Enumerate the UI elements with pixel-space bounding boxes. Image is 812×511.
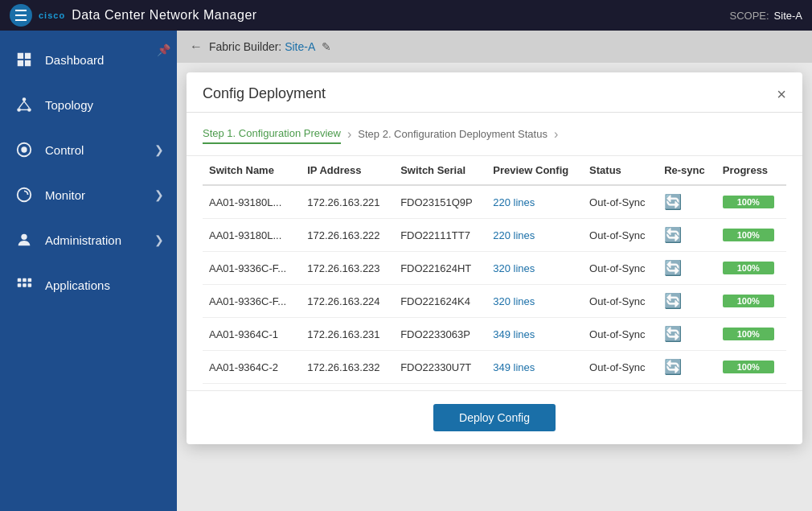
steps-bar: Step 1. Configuration Preview › Step 2. …: [187, 113, 802, 156]
svg-rect-3: [25, 60, 31, 66]
scope-label: SCOPE:: [729, 10, 769, 22]
cell-progress: 100%: [716, 351, 786, 384]
cell-serial: FDO221624K4: [394, 285, 486, 318]
cell-serial: FDO22111TT7: [394, 219, 486, 252]
cell-switch-name: AA01-9336C-F...: [203, 252, 301, 285]
step-2-label: Step 2. Configuration Deployment Status: [358, 125, 547, 143]
content-area: ← Fabric Builder: Site-A ✎ Config Deploy…: [177, 31, 812, 511]
cell-status: Out-of-Sync: [583, 252, 658, 285]
sidebar-item-label: Monitor: [45, 188, 154, 202]
cisco-logo-text: cisco: [39, 10, 65, 20]
sidebar-item-dashboard[interactable]: Dashboard: [0, 37, 177, 82]
cell-progress: 100%: [716, 318, 786, 351]
administration-icon: [13, 229, 35, 251]
col-ip-address: IP Address: [301, 156, 394, 185]
back-button[interactable]: ←: [190, 39, 203, 54]
breadcrumb: Fabric Builder: Site-A: [209, 40, 315, 53]
col-switch-serial: Switch Serial: [394, 156, 486, 185]
chevron-right-icon: ❯: [154, 143, 164, 156]
svg-rect-19: [28, 283, 32, 287]
step-arrow-icon: ›: [347, 127, 351, 142]
config-table-container: Switch Name IP Address Switch Serial Pre…: [187, 156, 802, 384]
step-1[interactable]: Step 1. Configuration Preview: [203, 124, 341, 144]
svg-point-12: [18, 188, 31, 202]
svg-rect-18: [23, 283, 27, 287]
table-row: AA01-9336C-F... 172.26.163.224 FDO221624…: [203, 285, 786, 318]
cell-switch-name: AA01-93180L...: [203, 219, 301, 252]
sidebar-item-label: Control: [45, 143, 154, 157]
sidebar-item-topology[interactable]: Topology: [0, 82, 177, 127]
cell-status: Out-of-Sync: [583, 285, 658, 318]
svg-rect-0: [18, 53, 23, 59]
svg-line-7: [19, 101, 24, 108]
cell-preview[interactable]: 320 lines: [486, 285, 583, 318]
sidebar-item-monitor[interactable]: Monitor ❯: [0, 172, 177, 217]
cell-ip: 172.26.163.223: [301, 252, 394, 285]
cell-ip: 172.26.163.224: [301, 285, 394, 318]
breadcrumb-prefix: Fabric Builder:: [209, 40, 285, 53]
col-resync: Re-sync: [658, 156, 716, 185]
svg-line-8: [24, 101, 29, 108]
cell-resync[interactable]: 🔄: [658, 185, 716, 219]
app-name: Data Center Network Manager: [72, 8, 256, 23]
svg-point-13: [21, 234, 27, 240]
main-layout: 📌 Dashboard Topology Control ❯: [0, 31, 812, 511]
close-button[interactable]: ×: [777, 86, 786, 102]
edit-icon[interactable]: ✎: [322, 40, 331, 53]
col-switch-name: Switch Name: [203, 156, 301, 185]
cell-resync[interactable]: 🔄: [658, 318, 716, 351]
sidebar-item-label: Administration: [45, 233, 154, 247]
cell-preview[interactable]: 220 lines: [486, 219, 583, 252]
col-preview-config: Preview Config: [486, 156, 583, 185]
dashboard-icon: [13, 48, 35, 71]
dialog-footer: Deploy Config: [187, 390, 802, 444]
sidebar-item-label: Topology: [45, 98, 164, 112]
dialog-overlay: Config Deployment × Step 1. Configuratio…: [177, 63, 812, 511]
monitor-icon: [13, 183, 35, 206]
cell-switch-name: AA01-9364C-1: [203, 318, 301, 351]
cell-preview[interactable]: 349 lines: [486, 318, 583, 351]
sidebar-item-label: Dashboard: [45, 53, 164, 67]
breadcrumb-site[interactable]: Site-A: [285, 40, 315, 53]
step-2[interactable]: Step 2. Configuration Deployment Status: [358, 125, 547, 143]
cell-preview[interactable]: 349 lines: [486, 351, 583, 384]
config-table: Switch Name IP Address Switch Serial Pre…: [203, 156, 786, 384]
cell-resync[interactable]: 🔄: [658, 219, 716, 252]
cell-preview[interactable]: 220 lines: [486, 185, 583, 219]
svg-rect-2: [18, 60, 23, 66]
table-header-row: Switch Name IP Address Switch Serial Pre…: [203, 156, 786, 185]
chevron-right-icon: ❯: [154, 188, 164, 201]
table-row: AA01-93180L... 172.26.163.222 FDO22111TT…: [203, 219, 786, 252]
svg-rect-17: [18, 283, 22, 287]
breadcrumb-bar: ← Fabric Builder: Site-A ✎: [177, 31, 812, 63]
cell-switch-name: AA01-9364C-2: [203, 351, 301, 384]
svg-point-4: [23, 97, 27, 101]
sidebar-item-administration[interactable]: Administration ❯: [0, 217, 177, 262]
cell-resync[interactable]: 🔄: [658, 285, 716, 318]
step-1-label: Step 1. Configuration Preview: [203, 124, 341, 144]
cell-ip: 172.26.163.232: [301, 351, 394, 384]
chevron-right-icon: ❯: [154, 233, 164, 246]
cell-progress: 100%: [716, 285, 786, 318]
cell-switch-name: AA01-93180L...: [203, 185, 301, 219]
cell-resync[interactable]: 🔄: [658, 252, 716, 285]
cell-ip: 172.26.163.231: [301, 318, 394, 351]
dialog-title: Config Deployment: [203, 85, 326, 102]
svg-rect-15: [23, 278, 27, 282]
cell-switch-name: AA01-9336C-F...: [203, 285, 301, 318]
cell-preview[interactable]: 320 lines: [486, 252, 583, 285]
cell-progress: 100%: [716, 219, 786, 252]
deploy-config-button[interactable]: Deploy Config: [433, 404, 556, 431]
cell-serial: FDO23151Q9P: [394, 185, 486, 219]
sidebar-item-applications[interactable]: Applications: [0, 262, 177, 307]
cell-progress: 100%: [716, 185, 786, 219]
scope-value: Site-A: [774, 10, 802, 22]
sidebar-item-control[interactable]: Control ❯: [0, 127, 177, 172]
svg-rect-1: [25, 53, 31, 59]
cell-resync[interactable]: 🔄: [658, 351, 716, 384]
cell-status: Out-of-Sync: [583, 219, 658, 252]
hamburger-menu[interactable]: [10, 4, 32, 27]
step-arrow-icon-2: ›: [554, 127, 558, 142]
sidebar: 📌 Dashboard Topology Control ❯: [0, 31, 177, 511]
cell-serial: FDO22330U7T: [394, 351, 486, 384]
